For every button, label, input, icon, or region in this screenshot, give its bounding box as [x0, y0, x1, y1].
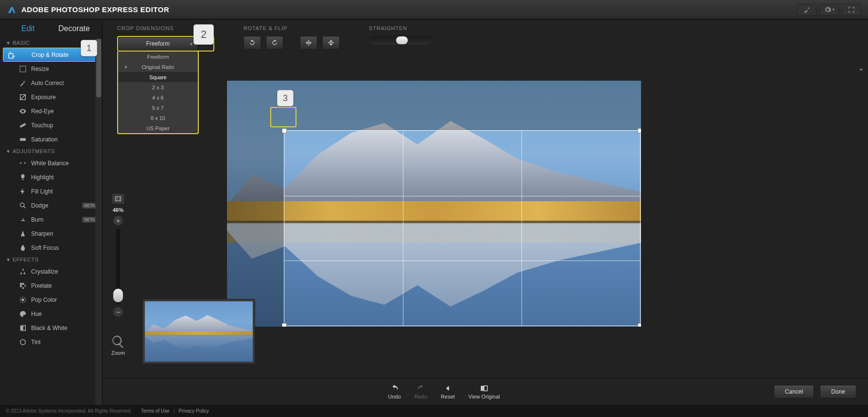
reset-button[interactable]: Reset: [441, 384, 455, 400]
crop-option-original-ratio[interactable]: Original Ratio: [118, 62, 198, 72]
zoom-out-button[interactable]: −: [113, 307, 123, 317]
crop-option-4-x-6[interactable]: 4 x 6: [118, 92, 198, 103]
header-magic-button[interactable]: [797, 4, 816, 16]
tool-highlight[interactable]: Highlight: [0, 170, 102, 184]
flip-horizontal-button[interactable]: [300, 36, 317, 50]
tab-decorate[interactable]: Decorate: [51, 24, 97, 33]
cancel-button[interactable]: Cancel: [774, 385, 814, 399]
rotate-flip-title: ROTATE & FLIP: [243, 25, 340, 31]
group-head-effects[interactable]: ▼EFFECTS: [0, 255, 102, 264]
zoom-fit-button[interactable]: [112, 193, 124, 204]
main-area: CROP DIMENSIONS Freeform FreeformOrigina…: [103, 19, 868, 405]
callout-3-highlight: [270, 107, 296, 127]
svg-rect-2: [19, 122, 26, 127]
tool-dodge[interactable]: DodgeBETA: [0, 198, 102, 212]
tool-black-white[interactable]: Black & White: [0, 321, 102, 335]
footer: © 2013 Adobe Systems Incorporated. All R…: [0, 405, 868, 417]
tool-pixelate[interactable]: Pixelate: [0, 278, 102, 293]
zoom-in-button[interactable]: +: [113, 216, 123, 226]
group-head-adjustments[interactable]: ▼ADJUSTMENTS: [0, 146, 102, 156]
crop-option-freeform[interactable]: Freeform: [118, 52, 198, 62]
tool-crystallize[interactable]: Crystallize: [0, 264, 102, 278]
svg-rect-16: [484, 385, 487, 391]
tool-white-balance[interactable]: White Balance: [0, 156, 102, 170]
svg-rect-9: [22, 287, 24, 289]
crop-option-2-x-3[interactable]: 2 x 3: [118, 82, 198, 92]
dodge-icon: [18, 201, 27, 210]
done-button[interactable]: Done: [820, 385, 856, 399]
sidebar-tabs: Edit Decorate: [0, 19, 102, 38]
tool-sharpen[interactable]: Sharpen: [0, 226, 102, 241]
tool-exposure[interactable]: Exposure: [0, 90, 102, 104]
svg-rect-0: [20, 66, 26, 72]
svg-rect-12: [23, 325, 25, 330]
svg-rect-5: [20, 283, 22, 285]
tool-auto-correct[interactable]: Auto Correct: [0, 76, 102, 90]
tool-saturation[interactable]: Saturation: [0, 132, 102, 146]
crop-dropdown-menu: FreeformOriginal RatioSquare2 x 34 x 65 …: [117, 52, 199, 134]
crop-option-8-x-10[interactable]: 8 x 10: [118, 113, 198, 123]
tool-resize[interactable]: Resize: [0, 62, 102, 76]
crop-icon: [7, 51, 16, 59]
straighten-slider[interactable]: [369, 36, 432, 45]
exposure-icon: [18, 93, 27, 102]
footer-privacy-link[interactable]: Privacy Policy: [178, 408, 208, 414]
tool-pop-color[interactable]: Pop Color: [0, 293, 102, 307]
crop-handle-bl[interactable]: [282, 323, 287, 327]
tool-fill-light[interactable]: Fill Light: [0, 184, 102, 198]
crop-handle-tl[interactable]: [282, 128, 287, 133]
sharpen-icon: [18, 229, 27, 238]
rotate-ccw-button[interactable]: [243, 36, 261, 50]
crop-option-us-paper[interactable]: US Paper: [118, 123, 198, 133]
tab-edit[interactable]: Edit: [5, 24, 51, 33]
tool-red-eye[interactable]: Red-Eye: [0, 104, 102, 118]
tool-touchup[interactable]: Touchup: [0, 118, 102, 132]
app-header: ADOBE PHOTOSHOP EXPRESS EDITOR ▾: [0, 0, 868, 19]
redo-button[interactable]: Redo: [415, 384, 427, 400]
tool-burn[interactable]: BurnBETA: [0, 212, 102, 226]
rotate-cw-button[interactable]: [266, 36, 283, 50]
wand-icon: [18, 79, 27, 87]
svg-rect-7: [20, 285, 22, 287]
crop-handle-br[interactable]: [638, 323, 641, 327]
tool-soft-focus[interactable]: Soft Focus: [0, 241, 102, 255]
view-original-button[interactable]: View Original: [469, 384, 500, 400]
tool-tint[interactable]: Tint: [0, 335, 102, 349]
callout-2: 2: [193, 24, 214, 45]
crop-option-square[interactable]: Square: [118, 72, 198, 82]
bw-icon: [18, 324, 27, 332]
zoom-value: 46%: [113, 207, 123, 213]
tool-hue[interactable]: Hue: [0, 307, 102, 321]
svg-rect-3: [20, 138, 26, 140]
zoom-slider[interactable]: [116, 228, 120, 304]
svg-point-10: [21, 298, 24, 301]
crop-dimensions-dropdown[interactable]: Freeform: [118, 37, 198, 51]
pixelate-icon: [18, 281, 27, 290]
saturation-icon: [18, 135, 27, 144]
crop-rectangle[interactable]: [284, 130, 641, 326]
drop-icon: [18, 243, 27, 252]
flash-icon: [18, 187, 27, 196]
navigator-thumbnail[interactable]: [142, 299, 255, 364]
eye-icon: [18, 107, 27, 116]
callout-3: 3: [277, 90, 294, 106]
footer-terms-link[interactable]: Terms of Use: [141, 408, 170, 414]
zoom-label: Zoom: [111, 350, 125, 356]
header-fullscreen-button[interactable]: [842, 4, 861, 16]
crop-option-5-x-7[interactable]: 5 x 7: [118, 103, 198, 113]
sidebar-scrollbar[interactable]: [95, 39, 102, 405]
svg-rect-15: [481, 385, 484, 391]
crystallize-icon: [18, 267, 27, 276]
crop-dropdown-value: Freeform: [146, 40, 170, 47]
canvas-area: [134, 66, 868, 378]
svg-point-13: [20, 339, 26, 345]
flip-vertical-button[interactable]: [322, 36, 340, 50]
bandaid-icon: [18, 121, 27, 130]
crop-handle-tr[interactable]: [638, 128, 641, 133]
svg-rect-8: [24, 285, 26, 286]
header-settings-button[interactable]: ▾: [819, 4, 839, 16]
pop-icon: [18, 295, 27, 304]
bottom-bar: Undo Redo Reset View Original Cancel: [103, 378, 868, 405]
undo-button[interactable]: Undo: [388, 384, 401, 400]
adobe-logo-icon: [7, 5, 17, 15]
